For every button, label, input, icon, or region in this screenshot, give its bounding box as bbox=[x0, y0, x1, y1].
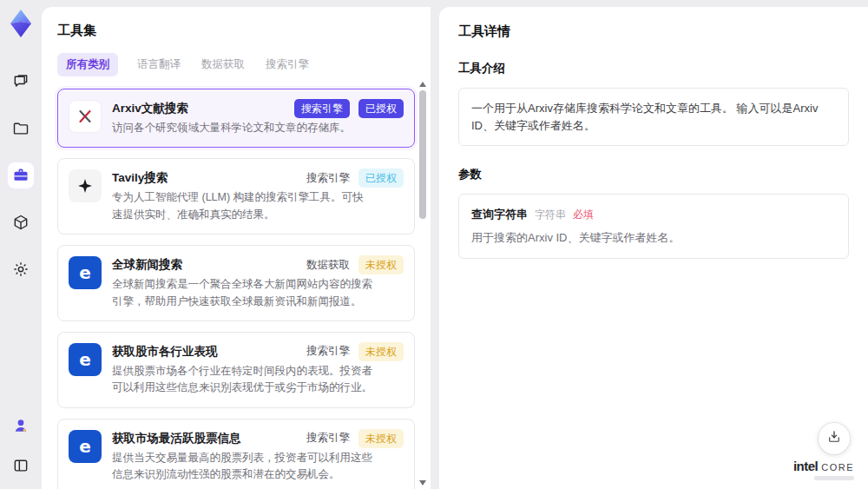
param-type: 字符串 bbox=[535, 208, 566, 222]
tab-translation[interactable]: 语言翻译 bbox=[135, 53, 182, 76]
tool-description: 提供股票市场各个行业在特定时间段内的表现。投资者可以利用这些信息来识别表现优于或… bbox=[112, 363, 374, 397]
rail-nav bbox=[8, 69, 34, 282]
auth-status-badge: 已授权 bbox=[358, 99, 404, 118]
app-root: 工具集 所有类别 语言翻译 数据获取 搜索引擎 A bbox=[0, 0, 868, 489]
param-item: 查询字符串 字符串 必填 用于搜索的Arxiv ID、关键字或作者姓名。 bbox=[458, 194, 849, 259]
auth-status-badge: 未授权 bbox=[358, 255, 404, 274]
blue-e-logo-icon: e bbox=[69, 430, 102, 463]
core-wordmark: CORE bbox=[821, 462, 854, 472]
badges: 数据获取 未授权 bbox=[306, 255, 404, 274]
badges: 搜索引擎 未授权 bbox=[306, 429, 404, 448]
tool-description: 专为人工智能代理 (LLM) 构建的搜索引擎工具。可快速提供实时、准确和真实的结… bbox=[112, 189, 374, 223]
param-head: 查询字符串 字符串 必填 bbox=[471, 207, 836, 222]
sidebar-item-account[interactable] bbox=[8, 413, 34, 439]
gear-icon bbox=[12, 261, 30, 278]
toolbox-icon bbox=[12, 167, 30, 184]
blue-e-logo-icon: e bbox=[69, 256, 102, 289]
page-title: 工具集 bbox=[57, 23, 431, 39]
intro-text-box: 一个用于从Arxiv存储库搜索科学论文和文章的工具。 输入可以是Arxiv ID… bbox=[458, 88, 849, 146]
left-rail bbox=[0, 0, 42, 489]
param-name: 查询字符串 bbox=[471, 207, 528, 222]
download-icon bbox=[826, 429, 842, 448]
param-description: 用于搜索的Arxiv ID、关键字或作者姓名。 bbox=[471, 230, 836, 246]
intel-wordmark: intel bbox=[793, 459, 818, 473]
tool-card-sector-performance[interactable]: e 获取股市各行业表现 提供股票市场各个行业在特定时间段内的表现。投资者可以利用… bbox=[57, 332, 415, 408]
tool-card-tavily[interactable]: Tavily搜索 专为人工智能代理 (LLM) 构建的搜索引擎工具。可快速提供实… bbox=[57, 158, 415, 235]
badges: 搜索引擎 已授权 bbox=[306, 169, 404, 188]
category-tabs: 所有类别 语言翻译 数据获取 搜索引擎 bbox=[57, 53, 431, 76]
scroll-up-arrow[interactable] bbox=[419, 82, 426, 87]
scrollbar-thumb[interactable] bbox=[419, 90, 426, 219]
sidebar-item-settings[interactable] bbox=[8, 256, 34, 282]
folder-icon bbox=[12, 120, 30, 137]
user-icon bbox=[12, 417, 30, 434]
arxiv-logo-icon bbox=[69, 100, 102, 133]
auth-status-badge: 未授权 bbox=[358, 429, 404, 448]
badges: 搜索引擎 未授权 bbox=[306, 342, 404, 361]
tab-data-fetch[interactable]: 数据获取 bbox=[200, 53, 247, 76]
category-label: 搜索引擎 bbox=[306, 171, 350, 186]
panel-toggle-icon bbox=[12, 457, 30, 474]
tool-list-panel: 工具集 所有类别 语言翻译 数据获取 搜索引擎 A bbox=[42, 7, 431, 489]
blue-e-logo-icon: e bbox=[69, 343, 102, 376]
main-area: 工具集 所有类别 语言翻译 数据获取 搜索引擎 A bbox=[42, 0, 868, 489]
rail-bottom bbox=[8, 413, 34, 479]
tool-description: 访问各个研究领域大量科学论文和文章的存储库。 bbox=[112, 120, 351, 136]
detail-title: 工具详情 bbox=[458, 23, 849, 40]
tool-detail-panel: 工具详情 工具介绍 一个用于从Arxiv存储库搜索科学论文和文章的工具。 输入可… bbox=[439, 7, 868, 489]
cube-icon bbox=[12, 214, 30, 231]
category-label: 数据获取 bbox=[306, 258, 350, 273]
tool-card-global-news[interactable]: e 全球新闻搜索 全球新闻搜索是一个聚合全球各大新闻网站内容的搜索引擎，帮助用户… bbox=[57, 245, 415, 321]
param-required-flag: 必填 bbox=[573, 208, 594, 222]
tool-description: 全球新闻搜索是一个聚合全球各大新闻网站内容的搜索引擎，帮助用户快速获取全球最新资… bbox=[112, 276, 374, 310]
tab-all-categories[interactable]: 所有类别 bbox=[57, 53, 118, 76]
tool-card-list: Arxiv文献搜索 访问各个研究领域大量科学论文和文章的存储库。 搜索引擎 已授… bbox=[57, 89, 415, 489]
category-badge: 搜索引擎 bbox=[294, 99, 350, 118]
tool-card-arxiv[interactable]: Arxiv文献搜索 访问各个研究领域大量科学论文和文章的存储库。 搜索引擎 已授… bbox=[57, 89, 415, 148]
list-scrollbar[interactable] bbox=[418, 82, 427, 486]
e-glyph: e bbox=[79, 351, 91, 368]
category-label: 搜索引擎 bbox=[306, 431, 350, 446]
tavily-star-icon bbox=[69, 169, 102, 202]
intro-heading: 工具介绍 bbox=[458, 61, 849, 76]
e-glyph: e bbox=[79, 438, 91, 455]
category-label: 搜索引擎 bbox=[306, 344, 350, 359]
auth-status-badge: 未授权 bbox=[358, 342, 404, 361]
sidebar-item-collapse[interactable] bbox=[8, 453, 34, 479]
sidebar-item-tools[interactable] bbox=[8, 162, 34, 188]
e-glyph: e bbox=[79, 264, 91, 281]
tool-card-active-stocks[interactable]: e 获取市场最活跃股票信息 提供当天交易量最高的股票列表，投资者可以利用这些信息… bbox=[57, 419, 415, 489]
intel-core-logo: intel CORE bbox=[793, 459, 854, 480]
app-logo-icon bbox=[6, 8, 36, 39]
intel-logo-subbar bbox=[814, 476, 854, 480]
badges: 搜索引擎 已授权 bbox=[294, 99, 404, 118]
tool-description: 提供当天交易量最高的股票列表，投资者可以利用这些信息来识别流动性强的股票和潜在的… bbox=[112, 450, 374, 484]
chat-icon bbox=[12, 73, 30, 90]
sidebar-item-chat[interactable] bbox=[8, 69, 34, 95]
download-button[interactable] bbox=[819, 423, 850, 454]
sidebar-item-files[interactable] bbox=[8, 116, 34, 142]
scroll-down-arrow[interactable] bbox=[419, 480, 426, 486]
auth-status-badge: 已授权 bbox=[358, 169, 404, 188]
sidebar-item-packages[interactable] bbox=[8, 209, 34, 235]
tab-search-engine[interactable]: 搜索引擎 bbox=[264, 53, 311, 76]
params-heading: 参数 bbox=[458, 167, 849, 182]
